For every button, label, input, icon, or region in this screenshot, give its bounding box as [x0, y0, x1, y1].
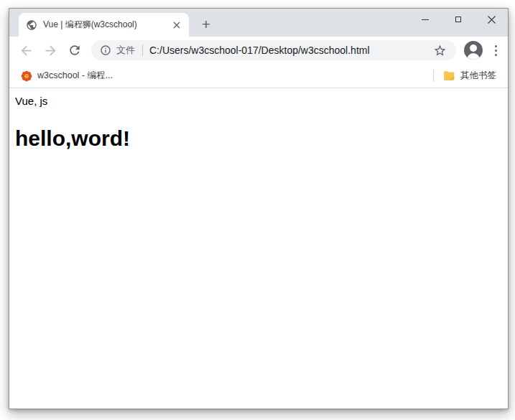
reload-button[interactable] — [62, 38, 87, 62]
bookmarks-separator — [433, 70, 434, 82]
omnibox-divider — [142, 45, 143, 56]
maximize-button[interactable] — [442, 9, 475, 30]
minimize-icon — [422, 19, 429, 20]
address-bar[interactable]: 文件 C:/Users/w3cschool-017/Desktop/w3csch… — [91, 40, 456, 60]
avatar-icon — [464, 41, 483, 60]
forward-arrow-icon — [43, 43, 58, 58]
other-bookmarks-button[interactable]: 其他书签 — [442, 70, 501, 82]
folder-icon — [442, 70, 455, 82]
globe-icon — [26, 19, 37, 31]
page-text-line: Vue, js — [15, 95, 502, 108]
profile-button[interactable] — [460, 38, 486, 62]
page-info-icon[interactable] — [100, 45, 111, 56]
url-text[interactable]: C:/Users/w3cschool-017/Desktop/w3cschool… — [149, 45, 432, 56]
window-controls — [409, 9, 508, 30]
new-tab-button[interactable]: + — [195, 14, 217, 35]
browser-window: Vue | 编程狮(w3cschool) + — [9, 8, 509, 409]
kebab-menu-icon — [495, 45, 497, 47]
browser-tab[interactable]: Vue | 编程狮(w3cschool) — [19, 13, 189, 37]
bookmark-label: w3cschool - 编程... — [37, 70, 113, 82]
star-icon — [433, 44, 447, 57]
back-arrow-icon — [19, 43, 34, 58]
menu-button[interactable] — [486, 38, 505, 62]
bookmarks-bar: w3cschool - 编程... 其他书签 — [9, 64, 508, 88]
other-bookmarks-label: 其他书签 — [460, 70, 496, 82]
tab-strip: Vue | 编程狮(w3cschool) + — [9, 9, 508, 37]
close-window-button[interactable] — [475, 9, 508, 30]
forward-button[interactable] — [38, 38, 62, 62]
tab-close-icon[interactable] — [170, 19, 183, 32]
bookmark-item-w3cschool[interactable]: w3cschool - 编程... — [21, 67, 117, 85]
page-content: Vue, js hello,word! — [9, 88, 508, 409]
w3cschool-flower-icon — [21, 70, 32, 82]
navigation-toolbar: 文件 C:/Users/w3cschool-017/Desktop/w3csch… — [9, 37, 508, 64]
close-window-icon — [488, 16, 496, 24]
minimize-button[interactable] — [409, 9, 442, 30]
url-scheme-label: 文件 — [116, 44, 135, 57]
tab-title: Vue | 编程狮(w3cschool) — [43, 19, 170, 31]
reload-icon — [68, 43, 82, 57]
page-heading: hello,word! — [15, 126, 502, 150]
maximize-icon — [455, 17, 461, 22]
back-button[interactable] — [14, 38, 38, 62]
bookmark-star-button[interactable] — [432, 42, 447, 58]
